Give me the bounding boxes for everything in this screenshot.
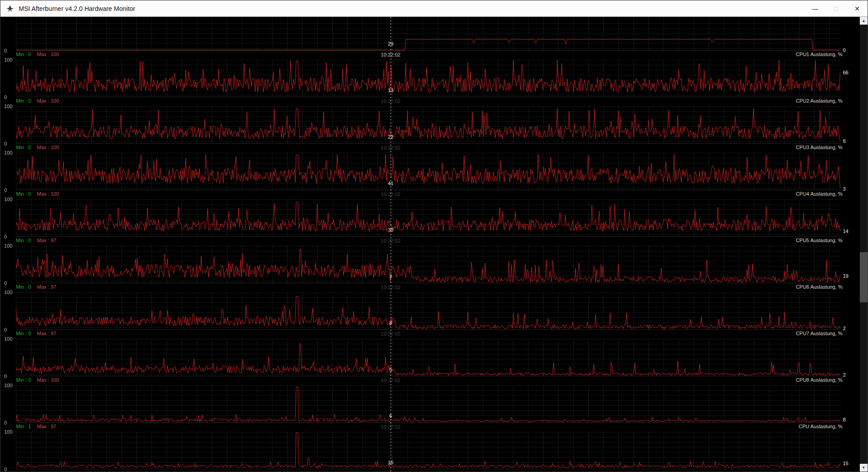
scrollbar-thumb[interactable] xyxy=(860,252,868,302)
cursor-timestamp: 10:22:02 xyxy=(381,145,401,150)
graph-plot[interactable] xyxy=(16,385,841,423)
graph-plot[interactable] xyxy=(16,106,841,144)
max-label: Max : 97 xyxy=(37,238,56,243)
panel-title: CPU6 Auslastung, % xyxy=(796,284,842,290)
graph-plot[interactable] xyxy=(16,246,841,283)
graph-panel: 100 0 16 10:22:02 15 xyxy=(0,432,860,472)
graph-panel: 100 0 5 10:22:02 2 Min : 0 Max : 100 CPU… xyxy=(0,339,860,386)
panel-title: CPU1 Auslastung, % xyxy=(796,52,842,57)
panel-footer: Min : 0 Max : 97 CPU6 Auslastung, % xyxy=(16,284,841,291)
signal-line xyxy=(16,60,841,97)
max-label: Max : 100 xyxy=(37,377,59,383)
current-value: 19 xyxy=(843,273,848,279)
min-label: Min : 0 xyxy=(16,238,31,243)
graph-panel: 100 0 8 10:22:02 2 Min : 0 Max : 97 CPU7… xyxy=(0,292,860,340)
cursor-value: 41 xyxy=(388,181,393,186)
cursor-value: 29 xyxy=(388,41,393,47)
graph-plot[interactable] xyxy=(16,153,841,190)
y-axis-zero-label: 0 xyxy=(4,466,16,472)
min-label: Min : 0 xyxy=(16,52,31,57)
panel-title: CPU4 Auslastung, % xyxy=(796,191,842,197)
min-label: Min : 0 xyxy=(16,191,31,197)
y-axis-max-label: 100 xyxy=(4,196,16,202)
cursor-timestamp: 10:22:02 xyxy=(381,331,401,337)
y-axis-zero-label: 0 xyxy=(4,373,16,379)
minimize-button[interactable]: — xyxy=(805,0,826,16)
max-label: Max : 97 xyxy=(37,331,56,336)
panel-footer: Min : 0 Max : 100 CPU1 Auslastung, % xyxy=(16,52,841,59)
app-icon xyxy=(6,5,14,13)
current-value: 8 xyxy=(843,417,846,422)
graph-plot[interactable] xyxy=(16,339,841,376)
graph-plot[interactable] xyxy=(16,17,841,51)
y-axis-max-label: 100 xyxy=(4,382,16,389)
current-value: 0 xyxy=(843,47,846,53)
y-axis-max-label: 100 xyxy=(4,243,16,249)
signal-line xyxy=(16,246,841,283)
y-axis-zero-label: 0 xyxy=(4,187,16,193)
maximize-button[interactable]: □ xyxy=(826,0,847,16)
panel-footer: Min : 0 Max : 100 CPU2 Auslastung, % xyxy=(16,98,841,105)
panel-footer: Min : 0 Max : 97 CPU5 Auslastung, % xyxy=(16,238,841,245)
cursor-timestamp: 10:22:02 xyxy=(381,378,401,383)
cursor-value: 22 xyxy=(388,134,393,140)
signal-line xyxy=(16,199,841,237)
panel-footer: Min : 0 Max : 100 CPU4 Auslastung, % xyxy=(16,191,841,198)
graph-plot[interactable] xyxy=(16,199,841,237)
signal-line xyxy=(16,339,841,376)
max-label: Max : 97 xyxy=(37,284,56,290)
cursor-timestamp: 10:22:02 xyxy=(381,192,401,197)
cursor-value: 8 xyxy=(389,320,392,326)
cursor-timestamp: 10:22:02 xyxy=(381,424,401,430)
panel-footer: Min : 0 Max : 100 CPU8 Auslastung, % xyxy=(16,377,841,384)
graph-panel: 100 0 3 10:22:02 19 Min : 0 Max : 97 CPU… xyxy=(0,246,860,293)
current-value: 2 xyxy=(843,372,846,378)
max-label: Max : 100 xyxy=(37,52,59,57)
cursor-timestamp: 10:22:02 xyxy=(381,471,401,472)
y-axis-zero-label: 0 xyxy=(4,140,16,147)
scroll-down-button[interactable]: ▼ xyxy=(860,464,868,472)
y-axis-zero-label: 0 xyxy=(4,94,16,100)
y-axis-zero-label: 0 xyxy=(4,47,16,54)
cursor-line xyxy=(391,17,391,472)
panel-title: CPU Auslastung, % xyxy=(799,424,842,429)
cursor-timestamp: 10:22:02 xyxy=(381,285,401,290)
graph-panels: 100 0 29 10:22:02 0 Min : 0 Max : 100 CP… xyxy=(0,17,860,472)
cursor-value: 16 xyxy=(388,460,393,465)
panel-title: CPU7 Auslastung, % xyxy=(796,331,842,336)
titlebar[interactable]: MSI Afterburner v4.2.0 Hardware Monitor … xyxy=(0,0,868,17)
signal-line xyxy=(16,432,841,469)
cursor-timestamp: 10:22:02 xyxy=(381,99,401,104)
window-title: MSI Afterburner v4.2.0 Hardware Monitor xyxy=(19,5,135,12)
min-label: Min : 0 xyxy=(16,377,31,383)
current-value: 2 xyxy=(843,326,846,331)
max-label: Max : 100 xyxy=(37,98,59,104)
scroll-up-button[interactable]: ▲ xyxy=(860,17,868,25)
current-value: 15 xyxy=(843,461,848,466)
panel-title: CPU5 Auslastung, % xyxy=(796,238,842,243)
current-value: 14 xyxy=(843,228,848,234)
graph-plot[interactable] xyxy=(16,292,841,330)
cursor-value: 6 xyxy=(389,413,392,419)
cursor-value: 5 xyxy=(389,367,392,372)
close-button[interactable]: ✕ xyxy=(847,0,868,16)
min-label: Min : 0 xyxy=(16,284,31,290)
current-value: 6 xyxy=(843,138,846,144)
panel-title: CPU8 Auslastung, % xyxy=(796,377,842,383)
current-value: 3 xyxy=(843,186,846,192)
window-controls: — □ ✕ xyxy=(805,0,868,16)
vertical-scrollbar[interactable]: ▲ ▼ xyxy=(860,17,868,472)
y-axis-max-label: 100 xyxy=(4,57,16,63)
app-window: MSI Afterburner v4.2.0 Hardware Monitor … xyxy=(0,0,868,472)
y-axis-max-label: 100 xyxy=(4,103,16,109)
y-axis-zero-label: 0 xyxy=(4,233,16,240)
min-label: Min : 1 xyxy=(16,424,31,429)
y-axis-zero-label: 0 xyxy=(4,420,16,426)
cursor-value: 13 xyxy=(388,88,393,93)
graph-panel: 100 0 29 10:22:02 0 Min : 0 Max : 100 CP… xyxy=(0,17,860,61)
signal-line xyxy=(16,292,841,330)
graph-plot[interactable] xyxy=(16,432,841,469)
graph-plot[interactable] xyxy=(16,60,841,97)
y-axis-max-label: 100 xyxy=(4,150,16,156)
monitor-content: 100 0 29 10:22:02 0 Min : 0 Max : 100 CP… xyxy=(0,17,868,472)
